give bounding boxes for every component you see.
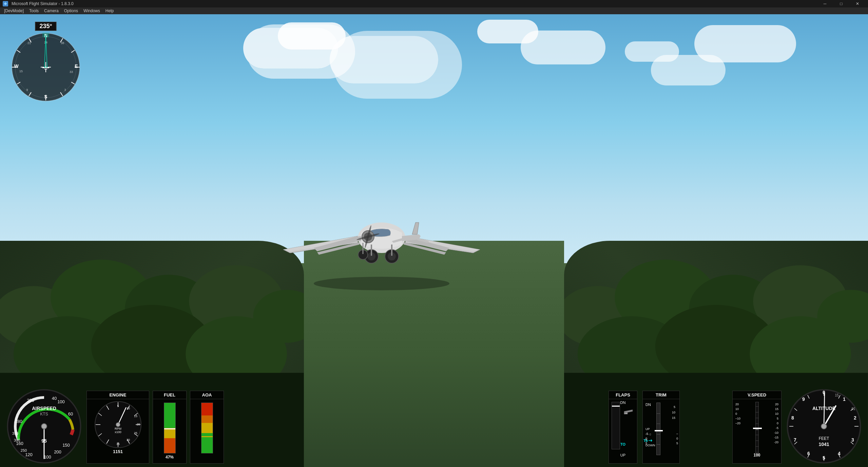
trim-neg5: -5 — [645, 431, 648, 436]
flaps-label: FLAPS — [609, 391, 637, 399]
trim-right-10: – — [676, 431, 678, 436]
svg-text:5: 5 — [117, 404, 119, 408]
close-button[interactable]: ✕ — [850, 0, 865, 7]
cloud-4 — [521, 31, 605, 64]
menu-camera[interactable]: Camera — [41, 8, 61, 14]
svg-text:9: 9 — [802, 396, 805, 402]
svg-text:100: 100 — [57, 399, 65, 404]
svg-text:15: 15 — [835, 393, 839, 397]
fuel-gauge-panel: FUEL 47% — [153, 391, 187, 464]
airspeed-dial: 200 40 180 350 100 60 160 300 150 250 20… — [7, 386, 81, 464]
svg-text:350: 350 — [12, 431, 18, 435]
svg-text:2: 2 — [854, 415, 856, 421]
trim-dn-label: DN — [645, 403, 651, 407]
svg-text:25: 25 — [134, 431, 137, 435]
svg-text:3: 3 — [851, 437, 854, 443]
trim-indicator-panel: TRIM DN 5 10 15 UP — 0 — [642, 391, 680, 464]
vspeed-indicator-panel: V.SPEED 20 15 10 5 0 -5 -10 -15 -20 20 1… — [732, 391, 782, 464]
vs-l0: 0 — [735, 411, 740, 416]
svg-text:150: 150 — [62, 443, 70, 448]
trim-right-0: 5 — [676, 441, 678, 446]
trim-scale-5: 5 — [672, 404, 675, 410]
svg-text:35: 35 — [116, 442, 119, 446]
svg-rect-77 — [42, 33, 49, 37]
vs-l10: 10 — [735, 407, 740, 411]
svg-text:AIRSPEED: AIRSPEED — [32, 406, 56, 411]
window-title: Microsoft Flight Simulator - 1.8.3.0 — [12, 1, 74, 6]
compass-heading-display: 235° — [35, 22, 56, 31]
aircraft-svg — [263, 182, 500, 290]
vs-n10: -10 — [774, 430, 778, 435]
trim-up-label: UP — [645, 426, 655, 432]
svg-text:30: 30 — [126, 438, 130, 442]
engine-dial: 5 10 15 20 25 30 35 RPM x100 — [94, 401, 142, 448]
svg-text:15: 15 — [19, 70, 23, 73]
svg-text:W: W — [14, 63, 19, 69]
menu-bar: [DevMode] Tools Camera Options Windows H… — [0, 7, 868, 14]
flaps-dn-label: DN — [620, 401, 626, 405]
svg-text:180: 180 — [15, 419, 22, 424]
vs-n20: -20 — [774, 440, 778, 445]
svg-text:21: 21 — [27, 41, 31, 45]
svg-point-31 — [314, 277, 449, 290]
svg-text:7: 7 — [794, 437, 796, 443]
menu-help[interactable]: Help — [103, 8, 117, 14]
flaps-icon — [622, 406, 634, 416]
trim-scale-15: 15 — [672, 415, 675, 421]
svg-point-152 — [116, 423, 120, 427]
altimeter: 0 1 2 3 4 5 6 7 8 9 15 01 — [787, 386, 861, 464]
svg-text:KTS: KTS — [40, 412, 48, 416]
aoa-gauge-panel: AOA — [190, 391, 224, 464]
menu-windows[interactable]: Windows — [81, 8, 103, 14]
flaps-indicator-panel: FLAPS DN TO UP — [609, 391, 637, 464]
svg-text:60: 60 — [68, 411, 73, 416]
svg-text:10: 10 — [126, 407, 130, 410]
svg-point-128 — [821, 424, 827, 429]
svg-text:95: 95 — [41, 438, 47, 444]
app-icon — [3, 1, 8, 6]
svg-point-97 — [41, 424, 47, 429]
svg-text:20: 20 — [136, 423, 140, 426]
titlebar: Microsoft Flight Simulator - 1.8.3.0 ─ □… — [0, 0, 868, 7]
engine-gauge-panel: ENGINE 5 10 15 20 25 — [86, 391, 149, 464]
trim-right-5: 0 — [676, 436, 678, 441]
svg-text:3: 3 — [64, 88, 66, 92]
trim-scale-10: 10 — [672, 410, 675, 415]
menu-options[interactable]: Options — [61, 8, 81, 14]
engine-label: ENGINE — [87, 391, 149, 399]
svg-text:15: 15 — [134, 414, 137, 418]
svg-text:1: 1 — [843, 396, 846, 402]
vs-15: 15 — [774, 407, 778, 411]
aoa-label: AOA — [190, 391, 224, 399]
vs-ln10: –10 — [735, 416, 740, 421]
svg-text:FEET: FEET — [819, 436, 829, 441]
svg-text:120: 120 — [25, 452, 33, 457]
fuel-label: FUEL — [153, 391, 186, 399]
maximize-button[interactable]: □ — [833, 0, 849, 7]
vs-n15: -15 — [774, 435, 778, 440]
svg-text:100: 100 — [44, 454, 51, 460]
minimize-button[interactable]: ─ — [817, 0, 833, 7]
vs-10: 10 — [774, 411, 778, 416]
titlebar-left: Microsoft Flight Simulator - 1.8.3.0 — [3, 1, 74, 6]
cloud-2 — [330, 36, 438, 83]
svg-text:1041: 1041 — [818, 442, 829, 447]
trim-label: TRIM — [643, 391, 679, 399]
menu-tools[interactable]: Tools — [26, 8, 41, 14]
window-controls: ─ □ ✕ — [817, 0, 865, 7]
menu-devmode[interactable]: [DevMode] — [1, 8, 26, 14]
altitude-dial: 0 1 2 3 4 5 6 7 8 9 15 01 — [787, 386, 861, 464]
flaps-to-label: TO — [620, 442, 625, 446]
svg-text:33: 33 — [70, 70, 73, 74]
svg-text:8: 8 — [791, 415, 794, 421]
vs-ln20: –20 — [735, 421, 740, 426]
vs-n5: -5 — [774, 426, 778, 430]
vspeed-value: 100 — [753, 453, 760, 458]
vs-l20: 20 — [735, 402, 740, 407]
aircraft — [263, 182, 466, 284]
svg-text:RPM: RPM — [115, 427, 121, 430]
vspeed-label: V.SPEED — [733, 391, 781, 399]
engine-value: 1151 — [87, 449, 149, 454]
cloud-7 — [694, 25, 796, 62]
fuel-value: 47% — [153, 455, 186, 460]
